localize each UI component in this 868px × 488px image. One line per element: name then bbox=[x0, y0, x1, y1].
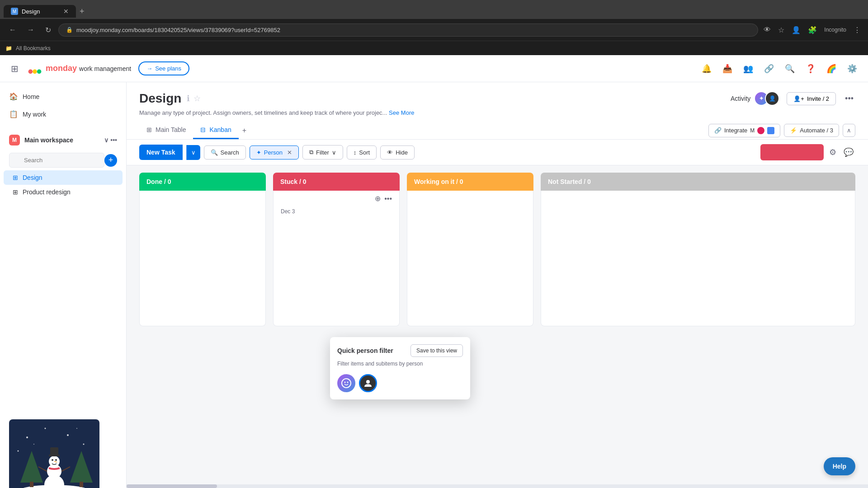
sidebar-search-input[interactable] bbox=[9, 153, 104, 168]
not-started-label: Not Started / 0 bbox=[548, 178, 591, 185]
settings-icon[interactable]: ⚙️ bbox=[845, 62, 859, 75]
workspace-more[interactable]: ••• bbox=[110, 136, 117, 144]
card-add-icon[interactable]: ⊕ bbox=[375, 194, 381, 203]
svg-point-25 bbox=[18, 450, 19, 452]
new-tab-button[interactable]: + bbox=[76, 5, 88, 18]
integrate-button[interactable]: 🔗 Integrate M bbox=[708, 124, 780, 137]
sidebar-item-product-redesign[interactable]: ⊞ Product redesign bbox=[4, 185, 123, 199]
svg-point-29 bbox=[344, 382, 346, 383]
sort-button[interactable]: ↕ Sort bbox=[347, 145, 377, 160]
sort-icon: ↕ bbox=[354, 149, 357, 156]
avatar-2: 👤 bbox=[765, 91, 779, 106]
red-toolbar-block bbox=[760, 144, 824, 160]
color-picker-icon[interactable]: 🌈 bbox=[825, 62, 838, 75]
svg-rect-18 bbox=[50, 447, 58, 455]
activity-section: Activity ✦ 👤 bbox=[731, 91, 779, 106]
see-plans-button[interactable]: → See plans bbox=[138, 61, 189, 75]
sidebar-product-label: Product redesign bbox=[23, 188, 71, 196]
scrollbar-thumb[interactable] bbox=[127, 484, 217, 488]
person-option-user[interactable] bbox=[359, 374, 377, 392]
col-header-stuck: Stuck / 0 bbox=[273, 173, 400, 191]
search-toolbar-label: Search bbox=[221, 149, 239, 156]
help-button[interactable]: Help bbox=[824, 457, 855, 475]
see-plans-label: See plans bbox=[155, 65, 181, 72]
kanban-col-not-started: Not Started / 0 bbox=[541, 173, 855, 488]
people-icon[interactable]: 👥 bbox=[741, 62, 755, 75]
sort-label: Sort bbox=[359, 149, 370, 156]
sidebar-item-home[interactable]: 🏠 Home bbox=[0, 88, 126, 105]
info-icon[interactable]: ℹ bbox=[187, 94, 190, 103]
person-filter-close-icon[interactable]: ✕ bbox=[287, 149, 292, 156]
kanban-label: Kanban bbox=[209, 126, 231, 133]
hide-button[interactable]: 👁 Hide bbox=[380, 145, 415, 160]
search-toolbar-button[interactable]: 🔍 Search bbox=[204, 145, 246, 160]
user-avatar-icon bbox=[363, 378, 373, 389]
back-button[interactable]: ← bbox=[5, 24, 20, 36]
new-task-button[interactable]: New Task bbox=[139, 145, 183, 160]
grid-menu-icon[interactable]: ⊞ bbox=[9, 61, 20, 76]
profile-icon[interactable]: 👤 bbox=[790, 24, 802, 36]
col-header-not-started: Not Started / 0 bbox=[541, 173, 855, 191]
filter-icon: ⧉ bbox=[309, 149, 313, 156]
person-filter-label: Person bbox=[264, 149, 283, 156]
horizontal-scrollbar[interactable] bbox=[127, 484, 868, 488]
chat-toolbar-icon[interactable]: 💬 bbox=[842, 144, 855, 160]
my-work-label: My work bbox=[23, 111, 46, 118]
see-more-link[interactable]: See More bbox=[389, 109, 414, 116]
integrations-icon[interactable]: 🔗 bbox=[762, 62, 776, 75]
refresh-button[interactable]: ↻ bbox=[42, 24, 55, 36]
invite-label: Invite / 2 bbox=[807, 95, 829, 102]
sidebar-add-button[interactable]: + bbox=[104, 154, 117, 167]
svg-point-24 bbox=[83, 444, 85, 445]
bookmarks-icon: 📁 bbox=[5, 45, 12, 52]
topbar-icons: 🔔 📥 👥 🔗 🔍 ❓ 🌈 ⚙️ bbox=[700, 62, 859, 75]
star-icon[interactable]: ☆ bbox=[776, 24, 786, 36]
star-favorite-icon[interactable]: ☆ bbox=[193, 94, 201, 103]
eye-icon[interactable]: 👁 bbox=[762, 24, 773, 36]
filter-button[interactable]: ⧉ Filter ∨ bbox=[302, 145, 343, 160]
sidebar-item-design[interactable]: ⊞ Design bbox=[4, 170, 123, 185]
tab-favicon: M bbox=[11, 8, 18, 15]
app-logo: monday work management bbox=[28, 61, 131, 76]
lock-icon: 🔒 bbox=[66, 27, 73, 33]
inbox-icon[interactable]: 📥 bbox=[721, 62, 734, 75]
menu-icon[interactable]: ⋮ bbox=[852, 24, 863, 36]
card-more-icon[interactable]: ••• bbox=[384, 194, 392, 203]
tab-close-btn[interactable]: ✕ bbox=[63, 8, 69, 15]
save-to-view-button[interactable]: Save to this view bbox=[410, 344, 463, 357]
incognito-label[interactable]: Incognito bbox=[822, 25, 848, 35]
new-task-dropdown-button[interactable]: ∨ bbox=[186, 145, 200, 160]
project-header: Design ℹ ☆ Activity ✦ 👤 👤+ I bbox=[127, 82, 868, 140]
integrate-icon: 🔗 bbox=[714, 127, 722, 134]
col-header-done: Done / 0 bbox=[139, 173, 266, 191]
tab-main-table[interactable]: ⊞ Main Table bbox=[139, 122, 193, 139]
tab-add-button[interactable]: + bbox=[239, 122, 250, 139]
person-options bbox=[337, 374, 463, 392]
svg-point-14 bbox=[52, 459, 53, 461]
person-filter-button[interactable]: ✦ Person ✕ bbox=[250, 145, 299, 160]
svg-point-27 bbox=[76, 428, 77, 429]
tab-title: Design bbox=[22, 8, 40, 15]
settings-toolbar-icon[interactable]: ⚙ bbox=[827, 144, 838, 160]
extensions-icon[interactable]: 🧩 bbox=[806, 24, 819, 36]
active-tab[interactable]: M Design ✕ bbox=[4, 5, 76, 18]
help-icon[interactable]: ❓ bbox=[804, 62, 817, 75]
sidebar-search-row: 🔍 + bbox=[0, 150, 126, 170]
home-icon: 🏠 bbox=[9, 92, 18, 101]
automate-button[interactable]: ⚡ Automate / 3 bbox=[784, 124, 839, 137]
header-more-icon[interactable]: ••• bbox=[843, 92, 855, 105]
forward-button[interactable]: → bbox=[24, 24, 38, 36]
tab-kanban[interactable]: ⊟ Kanban bbox=[193, 122, 238, 139]
collapse-button[interactable]: ∧ bbox=[843, 124, 855, 137]
svg-rect-7 bbox=[30, 482, 33, 487]
address-bar[interactable]: 🔒 moodjoy.monday.com/boards/1830420525/v… bbox=[58, 23, 758, 37]
notifications-icon[interactable]: 🔔 bbox=[700, 62, 713, 75]
search-icon[interactable]: 🔍 bbox=[783, 62, 797, 75]
invite-button[interactable]: 👤+ Invite / 2 bbox=[787, 92, 836, 105]
workspace-header[interactable]: M Main workspace ∨ ••• bbox=[0, 130, 126, 150]
sidebar-item-my-work[interactable]: 📋 My work bbox=[0, 105, 126, 123]
popup-title: Quick person filter bbox=[337, 347, 393, 354]
workspace-chevron[interactable]: ∨ bbox=[104, 136, 108, 144]
person-option-system[interactable] bbox=[337, 374, 355, 392]
svg-point-21 bbox=[26, 436, 28, 438]
